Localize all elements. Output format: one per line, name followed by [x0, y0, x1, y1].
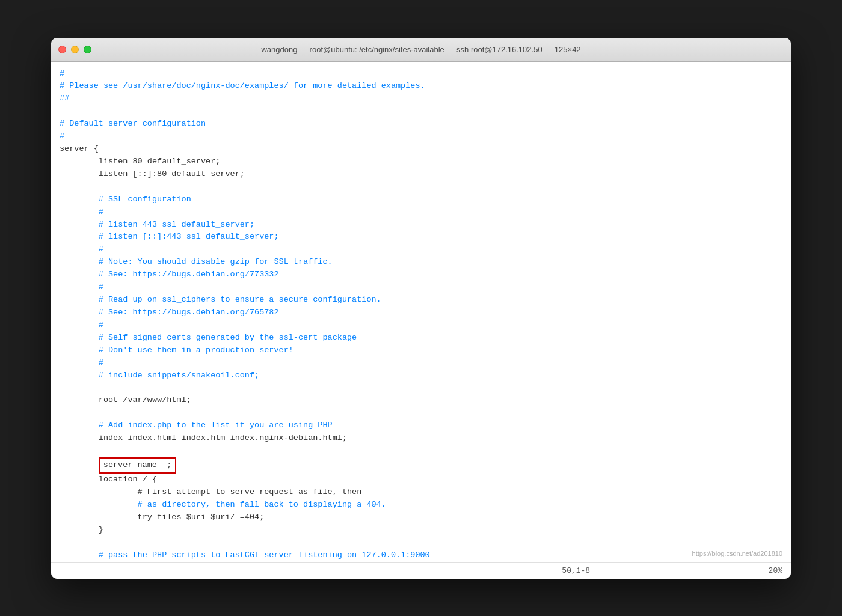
- highlighted-server-name: server_name _;: [99, 457, 176, 474]
- traffic-lights: [58, 46, 91, 53]
- line-26: root /var/www/html;: [60, 395, 191, 404]
- server-name-line: server_name _;: [60, 460, 176, 469]
- watermark: https://blog.csdn.net/ad201810: [692, 550, 782, 557]
- maximize-button[interactable]: [84, 46, 91, 53]
- code-content: # # Please see /usr/share/doc/nginx-doc/…: [60, 68, 782, 562]
- line-11: # SSL configuration # # listen 443 ssl d…: [60, 195, 381, 380]
- line-35: # as directory, then fall back to displa…: [60, 500, 386, 509]
- line-29: # Add index.php to the list if you are u…: [60, 421, 333, 430]
- minimize-button[interactable]: [71, 46, 79, 53]
- line-39: # pass the PHP scripts to FastCGI server…: [60, 550, 430, 560]
- titlebar: wangdong — root@ubuntu: /etc/nginx/sites…: [51, 38, 791, 62]
- terminal-window: wangdong — root@ubuntu: /etc/nginx/sites…: [51, 38, 791, 579]
- terminal-body[interactable]: # # Please see /usr/share/doc/nginx-doc/…: [51, 62, 791, 562]
- status-position: 50,1-8 20%: [562, 566, 782, 575]
- window-title: wangdong — root@ubuntu: /etc/nginx/sites…: [261, 45, 580, 54]
- line-30: index index.html index.htm index.nginx-d…: [60, 433, 347, 442]
- line-7: server { listen 80 default_server; liste…: [60, 144, 245, 178]
- line-4: # Default server configuration #: [60, 119, 206, 141]
- line-1: # # Please see /usr/share/doc/nginx-doc/…: [60, 69, 425, 103]
- line-36: try_files $uri $uri/ =404; }: [60, 513, 264, 534]
- line-33: location / { # First attempt to serve re…: [60, 475, 361, 496]
- status-bar: 50,1-8 20%: [51, 562, 791, 579]
- close-button[interactable]: [58, 46, 66, 53]
